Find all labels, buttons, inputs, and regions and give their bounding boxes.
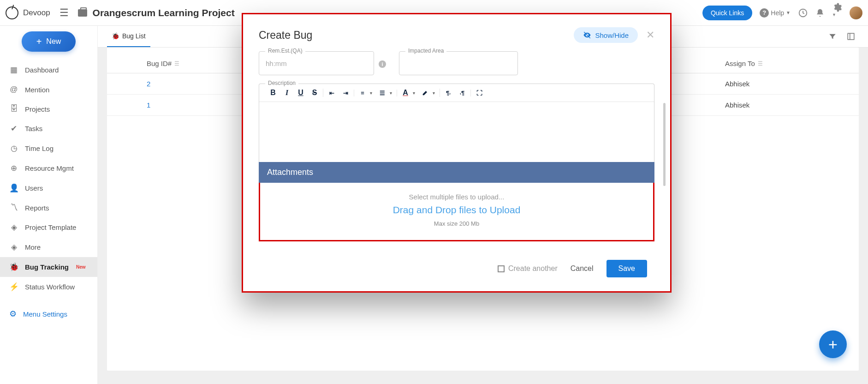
description-textarea[interactable] (259, 102, 654, 162)
modal-title: Create Bug (259, 29, 312, 42)
modal-footer: Create another Cancel Save (243, 241, 670, 277)
create-another-label: Create another (508, 264, 558, 273)
impacted-area-field: Impacted Area (399, 51, 518, 75)
chevron-down-icon[interactable]: ▾ (370, 90, 372, 96)
rem-est-field: Rem.Est.(QA) (259, 51, 374, 75)
rem-est-input[interactable] (259, 51, 374, 75)
impacted-area-label: Impacted Area (405, 48, 446, 54)
show-hide-button[interactable]: Show/Hide (574, 27, 638, 43)
chevron-down-icon[interactable]: ▾ (433, 90, 435, 96)
italic-button[interactable]: I (283, 89, 291, 97)
checkbox-icon (498, 265, 505, 272)
indent-button[interactable]: ⇥ (342, 90, 349, 96)
rte-toolbar: B I U S ⇤ ⇥ ≡▾ ☰▾ (259, 84, 654, 102)
bold-button[interactable]: B (269, 89, 277, 97)
description-field: Description B I U S ⇤ ⇥ (259, 84, 654, 162)
description-label: Description (265, 80, 298, 86)
modal-scrollbar[interactable] (662, 48, 666, 252)
modal-overlay: Create Bug Show/Hide ✕ Rem.Est.(QA) i Im… (0, 0, 868, 384)
info-icon[interactable]: i (379, 60, 386, 68)
strikethrough-button[interactable]: S (311, 89, 318, 97)
save-button[interactable]: Save (606, 260, 647, 277)
attach-maxsize-text: Max size 200 Mb (265, 220, 648, 227)
attachments-header: Attachments (259, 162, 654, 183)
create-another-checkbox[interactable]: Create another (498, 264, 558, 273)
paragraph-rtl-button[interactable]: ‹¶ (458, 90, 466, 96)
attachments-dropzone[interactable]: Select multiple files to upload... Drag … (259, 183, 654, 241)
show-hide-label: Show/Hide (595, 31, 629, 39)
outdent-button[interactable]: ⇤ (328, 90, 335, 96)
impacted-area-input[interactable] (399, 51, 518, 75)
ordered-list-button[interactable]: ≡ (359, 90, 366, 96)
highlight-button[interactable] (422, 89, 429, 96)
unordered-list-button[interactable]: ☰ (379, 90, 386, 96)
attach-drag-text: Drag and Drop files to Upload (265, 204, 648, 216)
modal-body: Rem.Est.(QA) i Impacted Area Description… (243, 51, 670, 241)
chevron-down-icon[interactable]: ▾ (413, 90, 415, 96)
fab-add-button[interactable]: + (819, 330, 847, 358)
fullscreen-button[interactable]: ⛶ (476, 90, 483, 96)
modal-header: Create Bug Show/Hide ✕ (243, 27, 670, 43)
underline-button[interactable]: U (297, 89, 304, 97)
text-color-button[interactable]: A (402, 89, 409, 97)
rem-est-label: Rem.Est.(QA) (265, 48, 305, 54)
create-bug-modal: Create Bug Show/Hide ✕ Rem.Est.(QA) i Im… (242, 13, 672, 293)
attach-select-text: Select multiple files to upload... (265, 193, 648, 201)
paragraph-ltr-button[interactable]: ¶› (445, 90, 452, 96)
chevron-down-icon[interactable]: ▾ (390, 90, 392, 96)
close-icon[interactable]: ✕ (646, 29, 654, 41)
cancel-button[interactable]: Cancel (571, 264, 594, 273)
eye-off-icon (583, 31, 591, 39)
